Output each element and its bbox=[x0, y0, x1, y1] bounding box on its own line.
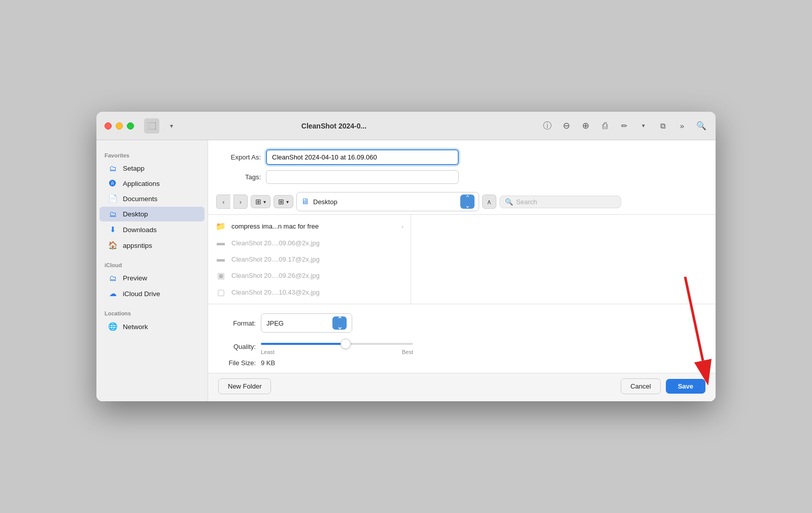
network-icon: 🌐 bbox=[108, 322, 118, 331]
documents-icon: 📄 bbox=[108, 194, 118, 203]
quality-label: Quality: bbox=[220, 343, 256, 350]
duplicate-icon[interactable]: ⧉ bbox=[657, 120, 669, 132]
sidebar-item-label: Applications bbox=[123, 180, 160, 187]
sidebar-item-label: Desktop bbox=[123, 210, 148, 218]
new-folder-button[interactable]: New Folder bbox=[218, 378, 271, 394]
sidebar-item-icloud-drive[interactable]: ☁ iCloud Drive bbox=[99, 286, 205, 301]
sidebar-item-label: appsntips bbox=[123, 242, 152, 249]
tags-input[interactable] bbox=[266, 170, 459, 184]
sidebar-item-label: Setapp bbox=[123, 165, 145, 172]
info-icon[interactable]: ⓘ bbox=[541, 120, 553, 132]
filesize-value: 9 KB bbox=[261, 359, 275, 367]
sidebar-item-label: Preview bbox=[123, 274, 147, 282]
column-view-icon: ⊞ bbox=[255, 198, 261, 206]
search-input[interactable] bbox=[516, 198, 616, 206]
sidebar-item-label: Downloads bbox=[123, 226, 157, 234]
export-as-input[interactable] bbox=[266, 149, 459, 165]
format-arrows-icon: ⌃⌄ bbox=[332, 316, 347, 330]
nav-forward-button[interactable]: › bbox=[233, 195, 248, 209]
search-bar-icon: 🔍 bbox=[505, 198, 513, 206]
sidebar-item-preview[interactable]: 🗂 Preview bbox=[99, 271, 205, 285]
list-item[interactable]: ▣ CleanShot 20....09.26@2x.jpg bbox=[208, 267, 411, 284]
quality-slider[interactable] bbox=[261, 343, 413, 345]
bottom-section: Format: JPEG ⌃⌄ Quality: bbox=[208, 304, 716, 373]
icloud-drive-icon: ☁ bbox=[108, 289, 118, 298]
preview-icon: 🗂 bbox=[108, 274, 118, 282]
sidebar-item-desktop[interactable]: 🗂 Desktop bbox=[99, 207, 205, 221]
cancel-button[interactable]: Cancel bbox=[621, 378, 660, 394]
sidebar-item-label: Network bbox=[123, 323, 148, 331]
setapp-icon: 🗂 bbox=[108, 164, 118, 173]
zoom-in-icon[interactable]: ⊕ bbox=[580, 120, 592, 132]
location-icon: 🖥 bbox=[301, 197, 309, 206]
location-selector[interactable]: 🖥 Desktop ⌃⌄ bbox=[296, 192, 479, 211]
format-label: Format: bbox=[220, 319, 256, 327]
pencil-icon[interactable]: ✏ bbox=[618, 120, 630, 132]
file-icon: ▢ bbox=[215, 287, 226, 297]
format-select[interactable]: JPEG ⌃⌄ bbox=[261, 313, 352, 333]
sidebar-item-appsntips[interactable]: 🏠 appsntips bbox=[99, 238, 205, 253]
sidebar-item-downloads[interactable]: ⬇ Downloads bbox=[99, 222, 205, 237]
footer-bar: New Folder Cancel Save bbox=[208, 373, 716, 401]
file-list: 📁 compress ima...n mac for free › ▬ Clea… bbox=[208, 215, 411, 304]
titlebar: ▾ CleanShot 2024-0... ⓘ ⊖ ⊕ ⎙ ✏ ▾ ⧉ » 🔍 bbox=[96, 112, 716, 140]
grid-view-chevron: ▾ bbox=[286, 199, 289, 205]
quality-least-label: Least bbox=[261, 349, 275, 355]
zoom-out-icon[interactable]: ⊖ bbox=[560, 120, 572, 132]
expand-button[interactable]: ∧ bbox=[482, 195, 496, 209]
applications-icon: 🅐 bbox=[108, 179, 118, 187]
list-item[interactable]: ▬ CleanShot 20....09.17@2x.jpg bbox=[208, 251, 411, 267]
format-value: JPEG bbox=[266, 319, 329, 327]
sidebar-item-label: iCloud Drive bbox=[123, 290, 160, 298]
sidebar-item-documents[interactable]: 📄 Documents bbox=[99, 191, 205, 206]
tags-row: Tags: bbox=[208, 168, 716, 189]
save-button[interactable]: Save bbox=[666, 379, 705, 394]
list-item[interactable]: ▢ CleanShot 20....10.43@2x.jpg bbox=[208, 284, 411, 301]
quality-labels: Least Best bbox=[261, 349, 413, 355]
desktop-icon: 🗂 bbox=[108, 210, 118, 218]
quality-row: Quality: Least Best bbox=[220, 338, 703, 355]
sidebar: Favorites 🗂 Setapp 🅐 Applications 📄 Docu… bbox=[96, 140, 208, 401]
file-name: CleanShot 20....09.06@2x.jpg bbox=[231, 239, 403, 247]
sidebar-item-network[interactable]: 🌐 Network bbox=[99, 319, 205, 334]
sidebar-item-setapp[interactable]: 🗂 Setapp bbox=[99, 161, 205, 176]
nav-back-button[interactable]: ‹ bbox=[216, 195, 230, 209]
close-button[interactable] bbox=[105, 122, 112, 130]
search-bar[interactable]: 🔍 bbox=[499, 196, 621, 208]
list-item[interactable]: ▬ CleanShot 20....09.06@2x.jpg bbox=[208, 235, 411, 251]
list-item[interactable]: 📁 compress ima...n mac for free › bbox=[208, 218, 411, 235]
minimize-button[interactable] bbox=[116, 122, 123, 130]
pencil-chevron-icon[interactable]: ▾ bbox=[637, 120, 650, 132]
file-name: compress ima...n mac for free bbox=[231, 222, 396, 230]
location-chevron-button[interactable]: ⌃⌄ bbox=[460, 195, 475, 209]
window-title: CleanShot 2024-0... bbox=[133, 122, 535, 130]
downloads-icon: ⬇ bbox=[108, 225, 118, 234]
file-icon: ▬ bbox=[215, 238, 226, 247]
format-row: Format: JPEG ⌃⌄ bbox=[220, 313, 703, 333]
share-icon[interactable]: ⎙ bbox=[599, 120, 611, 132]
sidebar-item-label: Documents bbox=[123, 195, 157, 203]
titlebar-actions: ⓘ ⊖ ⊕ ⎙ ✏ ▾ ⧉ » 🔍 bbox=[541, 120, 707, 132]
more-icon[interactable]: » bbox=[676, 120, 688, 132]
column-view-chevron: ▾ bbox=[263, 199, 266, 205]
traffic-lights bbox=[105, 122, 134, 130]
export-row: Export As: bbox=[208, 140, 716, 168]
location-text: Desktop bbox=[313, 198, 456, 206]
search-icon[interactable]: 🔍 bbox=[695, 120, 707, 132]
sidebar-item-applications[interactable]: 🅐 Applications bbox=[99, 176, 205, 190]
quality-best-label: Best bbox=[402, 349, 413, 355]
footer-right: Cancel Save bbox=[621, 378, 705, 394]
folder-chevron-icon: › bbox=[401, 223, 403, 230]
file-name: CleanShot 20....09.26@2x.jpg bbox=[231, 272, 403, 279]
expand-icon: ∧ bbox=[487, 199, 492, 205]
column-view-button[interactable]: ⊞ ▾ bbox=[251, 195, 270, 208]
main-content: Export As: Tags: ‹ › ⊞ ▾ bbox=[208, 140, 716, 401]
file-name: CleanShot 20....09.17@2x.jpg bbox=[231, 255, 403, 263]
icloud-section-label: iCloud bbox=[96, 258, 208, 270]
file-icon: ▬ bbox=[215, 254, 226, 264]
file-list-area: 📁 compress ima...n mac for free › ▬ Clea… bbox=[208, 215, 716, 304]
grid-view-button[interactable]: ⊞ ▾ bbox=[274, 195, 293, 208]
chevron-up-down-icon: ⌃⌄ bbox=[465, 194, 470, 209]
folder-icon: 📁 bbox=[215, 221, 226, 231]
file-name: CleanShot 20....10.43@2x.jpg bbox=[231, 288, 403, 296]
